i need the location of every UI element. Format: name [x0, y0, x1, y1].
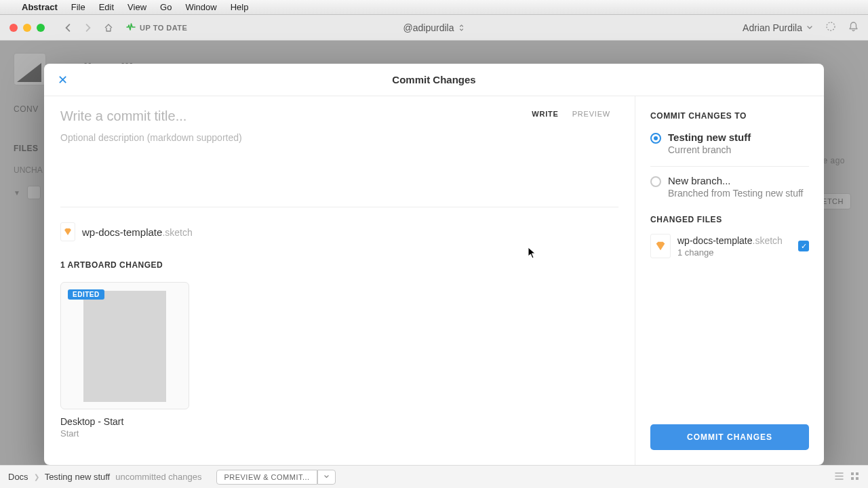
modal-title: Commit Changes — [392, 74, 475, 85]
list-view-icon[interactable] — [834, 471, 844, 483]
svg-rect-2 — [856, 472, 859, 475]
svg-rect-1 — [851, 472, 854, 475]
window-controls[interactable] — [9, 24, 45, 32]
commit-sidebar: COMMIT CHANGES TO Testing new stuff Curr… — [635, 96, 824, 465]
artboard-preview — [83, 291, 166, 402]
radio-checked-icon[interactable] — [650, 133, 661, 144]
commit-modal: ✕ Commit Changes WRITE PREVIEW wp- — [44, 64, 824, 465]
close-window-icon[interactable] — [9, 24, 18, 32]
home-button[interactable] — [100, 20, 117, 36]
changed-file-row[interactable]: wp-docs-template.sketch 1 change ✓ — [650, 234, 809, 258]
user-name: Adrian Purdila — [743, 22, 802, 33]
svg-rect-3 — [851, 477, 854, 480]
breadcrumb-status: uncommitted changes — [115, 472, 201, 482]
menu-file[interactable]: File — [71, 2, 85, 12]
menu-go[interactable]: Go — [160, 2, 172, 12]
file-name: wp-docs-template — [82, 226, 162, 238]
branch-current-sub: Current branch — [668, 144, 751, 155]
sketch-file-icon — [650, 234, 671, 258]
changed-file-sub: 1 change — [677, 247, 791, 258]
menu-view[interactable]: View — [127, 2, 146, 12]
artboard-title: Desktop - Start — [60, 416, 618, 427]
preview-commit-dropdown[interactable] — [317, 470, 336, 485]
branch-option-current[interactable]: Testing new stuff Current branch — [650, 131, 809, 155]
artboard-changed-header: 1 ARTBOARD CHANGED — [60, 260, 618, 270]
menu-window[interactable]: Window — [185, 2, 216, 12]
changed-files-header: CHANGED FILES — [650, 215, 809, 224]
context-handle: @adipurdila — [403, 22, 454, 33]
svg-rect-4 — [856, 477, 859, 480]
chevron-right-icon: ❯ — [34, 473, 39, 481]
sync-status-label: UP TO DATE — [140, 24, 187, 32]
breadcrumb-root[interactable]: Docs — [8, 472, 28, 482]
notifications-icon[interactable] — [848, 21, 859, 34]
svg-point-0 — [827, 22, 835, 30]
close-icon[interactable]: ✕ — [58, 73, 68, 87]
edited-badge: EDITED — [68, 289, 104, 300]
heartbeat-icon — [126, 22, 136, 33]
sketch-file-icon — [60, 222, 75, 241]
context-switcher[interactable]: @adipurdila — [403, 22, 465, 33]
commit-form-pane: WRITE PREVIEW wp-docs-template.sketch 1 … — [44, 96, 635, 465]
help-icon[interactable] — [825, 21, 836, 34]
changed-file-name: wp-docs-template — [677, 235, 753, 246]
user-menu[interactable]: Adrian Purdila — [743, 22, 813, 33]
branch-option-new[interactable]: New branch... Branched from Testing new … — [650, 175, 809, 199]
include-file-checkbox[interactable]: ✓ — [798, 241, 809, 251]
commit-to-header: COMMIT CHANGES TO — [650, 111, 809, 121]
chevron-down-icon — [323, 474, 330, 479]
branch-new-sub: Branched from Testing new stuff — [668, 188, 803, 199]
chevron-down-icon — [806, 25, 813, 30]
minimize-window-icon[interactable] — [23, 24, 31, 32]
forward-button[interactable] — [80, 20, 96, 36]
menu-edit[interactable]: Edit — [99, 2, 114, 12]
commit-title-input[interactable] — [60, 108, 479, 124]
grid-view-icon[interactable] — [850, 471, 860, 483]
tab-write[interactable]: WRITE — [532, 110, 558, 118]
file-ext: .sketch — [162, 227, 192, 238]
artboard-sub: Start — [60, 428, 618, 439]
commit-description-input[interactable] — [60, 132, 618, 143]
app-toolbar: UP TO DATE @adipurdila Adrian Purdila — [0, 15, 868, 41]
breadcrumb-branch[interactable]: Testing new stuff — [45, 472, 111, 482]
mac-menubar: Abstract File Edit View Go Window Help — [0, 0, 868, 15]
branch-current-label: Testing new stuff — [668, 131, 751, 143]
menu-app[interactable]: Abstract — [22, 2, 58, 12]
changed-file-heading: wp-docs-template.sketch — [60, 222, 618, 241]
preview-commit-button[interactable]: PREVIEW & COMMIT... — [216, 470, 317, 485]
menu-help[interactable]: Help — [231, 2, 249, 12]
tab-preview[interactable]: PREVIEW — [572, 110, 610, 118]
changed-file-ext: .sketch — [753, 235, 783, 246]
sync-status: UP TO DATE — [126, 22, 187, 33]
modal-header: ✕ Commit Changes — [44, 64, 824, 96]
commit-changes-button[interactable]: COMMIT CHANGES — [650, 424, 809, 450]
divider — [650, 166, 809, 167]
radio-unchecked-icon[interactable] — [650, 176, 661, 187]
branch-new-label: New branch... — [668, 175, 803, 186]
breadcrumb-bar: Docs ❯ Testing new stuff uncommitted cha… — [0, 465, 868, 488]
zoom-window-icon[interactable] — [37, 24, 45, 32]
updown-caret-icon — [458, 24, 465, 32]
artboard-card[interactable]: EDITED — [60, 282, 189, 409]
back-button[interactable] — [60, 20, 76, 36]
